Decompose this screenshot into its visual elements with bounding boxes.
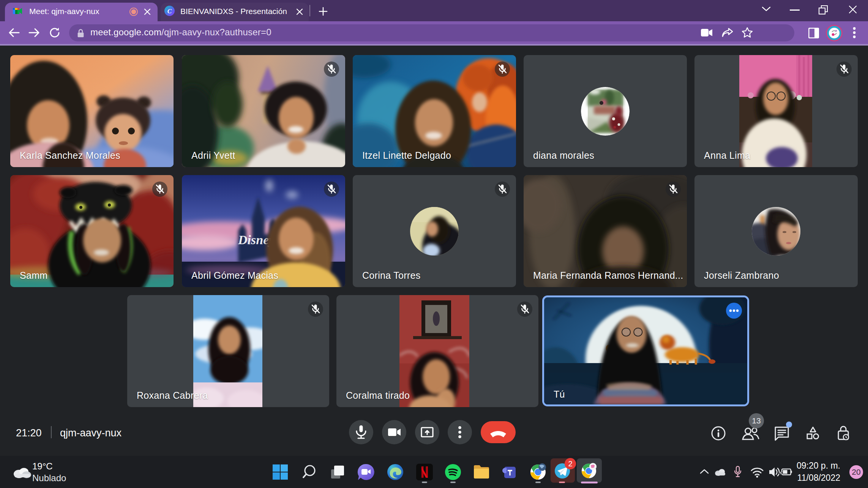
svg-text:C: C [167,8,172,15]
